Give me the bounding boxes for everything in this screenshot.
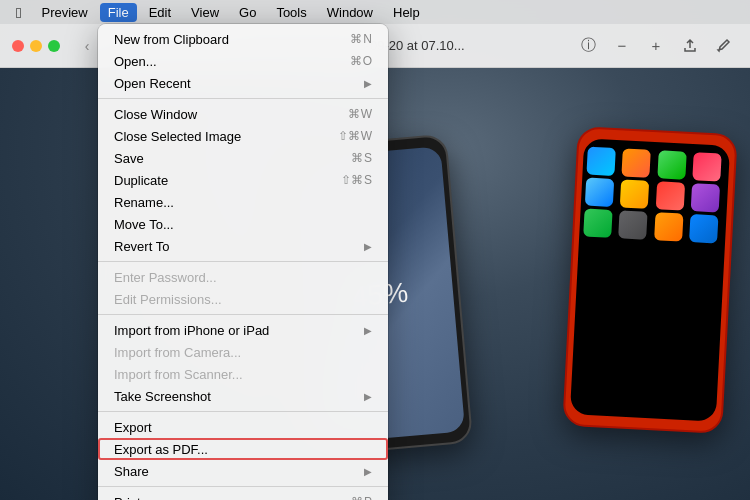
menu-separator-4 [98, 411, 388, 412]
menu-item-take-screenshot[interactable]: Take Screenshot ▶ [98, 385, 388, 407]
menu-item-export[interactable]: Export [98, 416, 388, 438]
menu-item-import-iphone[interactable]: Import from iPhone or iPad ▶ [98, 319, 388, 341]
menu-item-revert-to[interactable]: Revert To ▶ [98, 235, 388, 257]
menu-item-import-camera: Import from Camera... [98, 341, 388, 363]
share-button[interactable] [676, 32, 704, 60]
menu-item-new-from-clipboard[interactable]: New from Clipboard ⌘N [98, 28, 388, 50]
app-icon [622, 148, 651, 177]
menu-item-print[interactable]: Print... ⌘P [98, 491, 388, 500]
menu-separator-1 [98, 98, 388, 99]
menubar-tools[interactable]: Tools [268, 3, 314, 22]
file-menu-dropdown: New from Clipboard ⌘N Open... ⌘O Open Re… [98, 24, 388, 500]
menubar-window[interactable]: Window [319, 3, 381, 22]
zoom-out-button[interactable]: − [608, 32, 636, 60]
menu-item-rename[interactable]: Rename... [98, 191, 388, 213]
zoom-in-button[interactable]: + [642, 32, 670, 60]
menu-item-enter-password: Enter Password... [98, 266, 388, 288]
window-controls [12, 40, 60, 52]
menu-separator-2 [98, 261, 388, 262]
menu-item-save[interactable]: Save ⌘S [98, 147, 388, 169]
app-icon [690, 183, 719, 212]
app-icon [692, 152, 721, 181]
menu-item-share[interactable]: Share ▶ [98, 460, 388, 482]
apple-menu[interactable]:  [8, 2, 29, 23]
menu-item-edit-permissions: Edit Permissions... [98, 288, 388, 310]
app-icon [620, 179, 649, 208]
menubar-edit[interactable]: Edit [141, 3, 179, 22]
app-icon [689, 214, 718, 243]
menubar-view[interactable]: View [183, 3, 227, 22]
app-icon [618, 210, 647, 239]
menubar-file[interactable]: File [100, 3, 137, 22]
app-icon [655, 181, 684, 210]
app-icon [585, 178, 614, 207]
menu-separator-5 [98, 486, 388, 487]
window-minimize-button[interactable] [30, 40, 42, 52]
menu-item-move-to[interactable]: Move To... [98, 213, 388, 235]
nav-back-button[interactable]: ‹ [76, 35, 98, 57]
menu-item-close-selected-image[interactable]: Close Selected Image ⇧⌘W [98, 125, 388, 147]
window-close-button[interactable] [12, 40, 24, 52]
phone-red-screen [570, 138, 730, 421]
menu-item-import-scanner: Import from Scanner... [98, 363, 388, 385]
menu-item-duplicate[interactable]: Duplicate ⇧⌘S [98, 169, 388, 191]
app-icon [586, 147, 615, 176]
window-maximize-button[interactable] [48, 40, 60, 52]
menu-item-open-recent[interactable]: Open Recent ▶ [98, 72, 388, 94]
markup-button[interactable] [710, 32, 738, 60]
app-icon [583, 208, 612, 237]
toolbar-actions: ⓘ − + [574, 32, 738, 60]
menubar-help[interactable]: Help [385, 3, 428, 22]
menu-item-export-as-pdf[interactable]: Export as PDF... [98, 438, 388, 460]
menu-separator-3 [98, 314, 388, 315]
app-icon [654, 212, 683, 241]
menubar-preview[interactable]: Preview [33, 3, 95, 22]
app-icon [657, 150, 686, 179]
info-button[interactable]: ⓘ [574, 32, 602, 60]
menu-item-close-window[interactable]: Close Window ⌘W [98, 103, 388, 125]
menu-item-open[interactable]: Open... ⌘O [98, 50, 388, 72]
phone-red [562, 126, 737, 434]
menubar-go[interactable]: Go [231, 3, 264, 22]
menubar:  Preview File Edit View Go Tools Window… [0, 0, 750, 24]
